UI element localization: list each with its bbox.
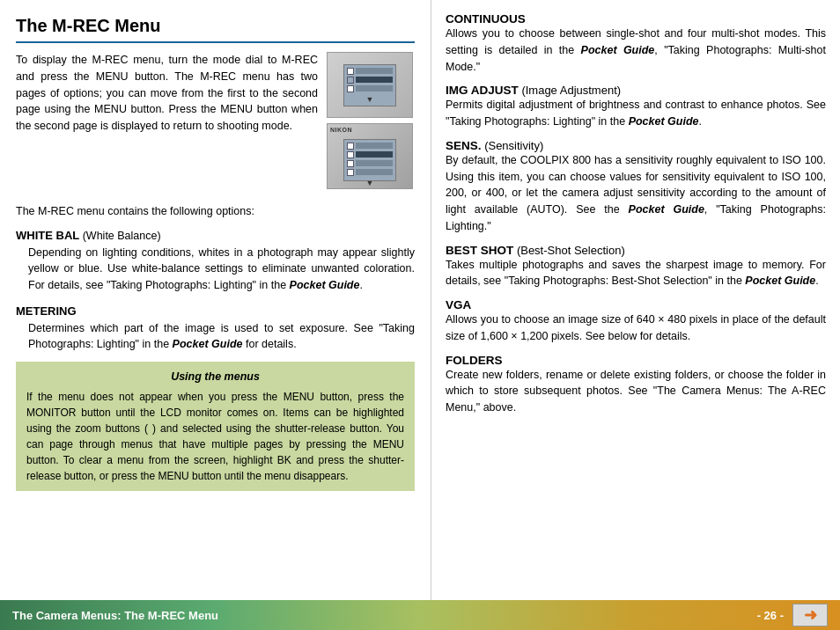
metering-title-bold: METERING xyxy=(16,304,77,318)
scroll-arrow-top: ▼ xyxy=(344,95,395,104)
lcd-item-1 xyxy=(347,68,393,75)
best-shot-body: Takes multiple photographs and saves the… xyxy=(446,257,826,290)
lcd-item-b1 xyxy=(347,143,393,150)
folders-title-line: FOLDERS xyxy=(446,354,826,367)
img-adjust-title: IMG ADJUST xyxy=(446,84,519,97)
lcd-item-3 xyxy=(347,85,393,92)
folders-title: FOLDERS xyxy=(446,354,503,367)
tip-title: Using the menus xyxy=(26,369,404,385)
lcd-text-b2 xyxy=(356,151,393,158)
vga-title-line: VGA xyxy=(446,298,826,311)
lcd-list-top xyxy=(344,65,395,95)
sens-italic: Pocket Guide xyxy=(629,203,704,216)
lcd-icon-3 xyxy=(347,85,354,92)
white-bal-body: Depending on lighting conditions, whites… xyxy=(28,245,415,294)
sens-title-line: SENS. (Sensitivity) xyxy=(446,139,826,152)
footer-text: The Camera Menus: The M-REC Menu xyxy=(12,609,218,622)
lcd-text-b1 xyxy=(356,143,393,149)
tip-body: If the menu does not appear when you pre… xyxy=(26,391,404,482)
lcd-text-b4 xyxy=(356,169,393,175)
lcd-icon-b3 xyxy=(347,160,354,167)
img-adjust-title-line: IMG ADJUST (Image Adjustment) xyxy=(446,84,826,97)
img-adjust-body-end: . xyxy=(699,115,702,128)
arrow-icon: ➜ xyxy=(804,605,817,625)
footer-right: - 26 - ➜ xyxy=(757,604,828,626)
intro-section: To display the M-REC menu, turn the mode… xyxy=(16,52,415,189)
img-adjust-subtitle: (Image Adjustment) xyxy=(519,84,621,97)
best-shot-italic: Pocket Guide xyxy=(745,275,815,287)
white-bal-subtitle: (White Balance) xyxy=(79,230,160,242)
lcd-screen-bottom: ▼ xyxy=(343,139,396,181)
bottom-section: The M-REC menu contains the following op… xyxy=(16,203,415,491)
camera-image-bottom: NIKON xyxy=(327,123,413,189)
white-bal-italic: Pocket Guide xyxy=(290,279,360,291)
best-shot-subtitle: (Best-Shot Selection) xyxy=(513,244,624,257)
white-bal-body-end: . xyxy=(359,279,362,291)
continuous-italic: Pocket Guide xyxy=(581,44,655,56)
sens-body: By default, the COOLPIX 800 has a sensit… xyxy=(446,152,826,235)
contains-text: The M-REC menu contains the following op… xyxy=(16,203,415,220)
right-column: CONTINUOUS Allows you to choose between … xyxy=(431,0,840,600)
camera-image-top: ▼ xyxy=(327,52,413,118)
tip-box: Using the menus If the menu does not app… xyxy=(16,362,415,491)
metering-italic: Pocket Guide xyxy=(173,338,243,350)
option-vga: VGA Allows you to choose an image size o… xyxy=(446,298,826,345)
lcd-icon-b4 xyxy=(347,169,354,176)
intro-text: To display the M-REC menu, turn the mode… xyxy=(16,52,318,189)
continuous-title: CONTINUOUS xyxy=(446,12,526,26)
img-adjust-body: Permits digital adjustment of brightness… xyxy=(446,97,826,130)
lcd-list-bottom xyxy=(344,140,395,179)
option-sens: SENS. (Sensitivity) By default, the COOL… xyxy=(446,139,826,235)
white-bal-title: WHITE BAL (White Balance) xyxy=(16,227,415,245)
lcd-text-2 xyxy=(356,77,393,83)
continuous-title-line: CONTINUOUS xyxy=(446,12,826,26)
metering-body-end: for details. xyxy=(242,338,296,350)
best-shot-title: BEST SHOT xyxy=(446,244,513,257)
option-best-shot: BEST SHOT (Best-Shot Selection) Takes mu… xyxy=(446,244,826,290)
option-img-adjust: IMG ADJUST (Image Adjustment) Permits di… xyxy=(446,84,826,130)
next-page-arrow[interactable]: ➜ xyxy=(792,604,828,626)
lcd-icon-2 xyxy=(347,77,354,84)
lcd-icon-b2 xyxy=(347,151,354,158)
scroll-arrow-bottom: ▼ xyxy=(344,179,395,187)
vga-title: VGA xyxy=(446,298,471,311)
nikon-label: NIKON xyxy=(330,127,352,133)
sens-subtitle: (Sensitivity) xyxy=(482,139,544,152)
camera-images: ▼ NIKON xyxy=(327,52,415,189)
left-column: The M-REC Menu To display the M-REC menu… xyxy=(0,0,431,600)
option-white-bal: WHITE BAL (White Balance) Depending on l… xyxy=(16,227,415,294)
footer-page: - 26 - xyxy=(757,609,784,622)
lcd-text-3 xyxy=(356,85,393,92)
option-continuous: CONTINUOUS Allows you to choose between … xyxy=(446,12,826,75)
img-adjust-italic: Pocket Guide xyxy=(629,115,699,128)
lcd-screen-top: ▼ xyxy=(343,64,396,106)
lcd-item-b4 xyxy=(347,169,393,176)
lcd-text-b3 xyxy=(356,160,393,166)
continuous-body: Allows you to choose between single-shot… xyxy=(446,26,826,75)
metering-body: Determines which part of the image is us… xyxy=(28,320,415,354)
lcd-text-1 xyxy=(356,68,393,74)
lcd-item-b2 xyxy=(347,151,393,158)
page-title: The M-REC Menu xyxy=(16,16,415,43)
footer: The Camera Menus: The M-REC Menu - 26 - … xyxy=(0,600,840,630)
white-bal-title-bold: WHITE BAL xyxy=(16,229,79,242)
best-shot-body-end: . xyxy=(815,275,818,287)
folders-body: Create new folders, rename or delete exi… xyxy=(446,367,826,416)
metering-title: METERING xyxy=(16,303,415,320)
lcd-item-2 xyxy=(347,77,393,84)
lcd-item-b3 xyxy=(347,160,393,167)
vga-body: Allows you to choose an image size of 64… xyxy=(446,311,826,345)
best-shot-title-line: BEST SHOT (Best-Shot Selection) xyxy=(446,244,826,257)
option-folders: FOLDERS Create new folders, rename or de… xyxy=(446,354,826,416)
option-metering: METERING Determines which part of the im… xyxy=(16,303,415,353)
lcd-icon-b1 xyxy=(347,143,354,150)
sens-title: SENS. xyxy=(446,139,482,152)
lcd-icon-1 xyxy=(347,68,354,75)
